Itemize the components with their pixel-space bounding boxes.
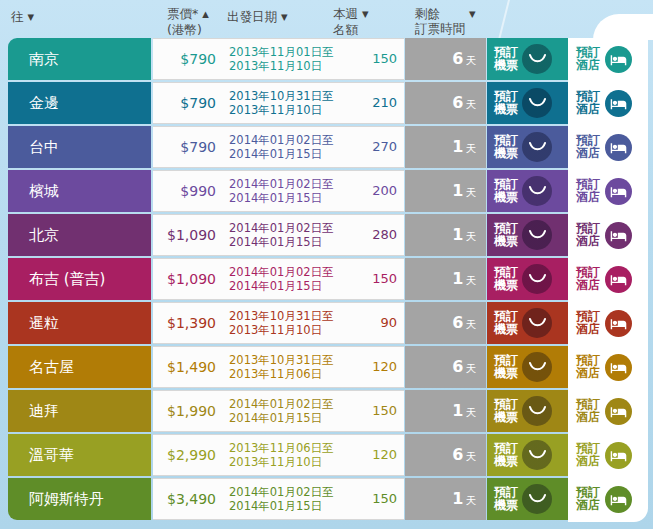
book-flight-button[interactable]: 預訂 機票	[487, 346, 568, 388]
weekly-quota-cell: 150	[354, 38, 404, 80]
book-flight-button[interactable]: 預訂 機票	[487, 214, 568, 256]
book-hotel-button[interactable]: 預訂 酒店	[576, 178, 648, 205]
hotel-cell: 預訂 酒店	[569, 346, 648, 388]
date-to: 2014年01月15日	[229, 236, 354, 250]
column-header-fare[interactable]: 票價*▲ (港幣)	[167, 6, 209, 37]
book-hotel-label: 預訂 酒店	[576, 266, 600, 293]
remaining-days-unit: 天	[466, 318, 477, 330]
table-row: 北京 $1,090 2014年01月02日至 2014年01月15日 280 1…	[8, 214, 653, 256]
date-from: 2014年01月02日至	[229, 134, 354, 148]
book-flight-button[interactable]: 預訂 機票	[487, 390, 568, 432]
book-hotel-label: 預訂 酒店	[576, 310, 600, 337]
book-hotel-button[interactable]: 預訂 酒店	[576, 398, 648, 425]
book-flight-button[interactable]: 預訂 機票	[487, 478, 568, 520]
destination-cell[interactable]: 迪拜	[8, 390, 151, 432]
quota-value: 150	[372, 271, 397, 286]
book-hotel-button[interactable]: 預訂 酒店	[576, 266, 648, 293]
quota-value: 150	[372, 51, 397, 66]
hotel-cell: 預訂 酒店	[569, 126, 648, 168]
book-flight-button[interactable]: 預訂 機票	[487, 38, 568, 80]
destination-cell[interactable]: 名古屋	[8, 346, 151, 388]
book-flight-button[interactable]: 預訂 機票	[487, 434, 568, 476]
book-hotel-label: 預訂 酒店	[576, 354, 600, 381]
date-from: 2014年01月02日至	[229, 178, 354, 192]
book-hotel-button[interactable]: 預訂 酒店	[576, 442, 648, 469]
book-flight-label: 預訂 機票	[494, 134, 518, 161]
table-row: 南京 $790 2013年11月01日至 2013年11月10日 150 6天 …	[8, 38, 653, 80]
date-from: 2014年01月02日至	[229, 222, 354, 236]
destination-cell[interactable]: 溫哥華	[8, 434, 151, 476]
hotel-cell: 預訂 酒店	[569, 302, 648, 344]
quota-value: 210	[372, 95, 397, 110]
column-header-to[interactable]: 往▼	[11, 9, 34, 25]
destination-cell[interactable]: 暹粒	[8, 302, 151, 344]
date-to: 2014年01月15日	[229, 280, 354, 294]
destination-cell[interactable]: 南京	[8, 38, 151, 80]
sort-desc-icon[interactable]: ▼	[362, 9, 369, 19]
book-hotel-button[interactable]: 預訂 酒店	[576, 354, 648, 381]
fare-cell: $3,490	[153, 478, 222, 520]
departure-dates-cell: 2013年10月31日至 2013年11月10日	[222, 82, 354, 124]
remaining-days-unit: 天	[466, 186, 477, 198]
table-row: 布吉 (普吉) $1,090 2014年01月02日至 2014年01月15日 …	[8, 258, 653, 300]
date-from: 2013年11月06日至	[229, 442, 354, 456]
remaining-time-cell: 1天	[405, 390, 486, 432]
date-to: 2014年01月15日	[229, 192, 354, 206]
column-header-departure[interactable]: 出發日期▼	[227, 9, 288, 25]
book-hotel-button[interactable]: 預訂 酒店	[576, 222, 648, 249]
book-flight-button[interactable]: 預訂 機票	[487, 302, 568, 344]
destination-cell[interactable]: 北京	[8, 214, 151, 256]
brushwing-smile-icon	[522, 264, 552, 294]
destination-label: 南京	[29, 50, 59, 68]
table-row: 名古屋 $1,490 2013年10月31日至 2013年11月06日 120 …	[8, 346, 653, 388]
weekly-quota-cell: 150	[354, 478, 404, 520]
fare-cell: $790	[153, 38, 222, 80]
destination-cell[interactable]: 阿姆斯特丹	[8, 478, 151, 520]
remaining-time-cell: 1天	[405, 214, 486, 256]
brushwing-smile-icon	[522, 440, 552, 470]
book-flight-button[interactable]: 預訂 機票	[487, 170, 568, 212]
fare-cell: $1,090	[153, 258, 222, 300]
remaining-days-unit: 天	[466, 54, 477, 66]
column-header-remaining[interactable]: 剩餘 訂票時間	[415, 6, 465, 36]
sort-desc-icon[interactable]: ▼	[28, 12, 35, 22]
book-flight-button[interactable]: 預訂 機票	[487, 82, 568, 124]
remaining-time-cell: 1天	[405, 170, 486, 212]
destination-cell[interactable]: 台中	[8, 126, 151, 168]
book-hotel-button[interactable]: 預訂 酒店	[576, 310, 648, 337]
remaining-days-value: 6	[452, 93, 463, 112]
hotel-cell: 預訂 酒店	[569, 38, 648, 80]
bed-icon	[605, 134, 632, 161]
book-hotel-button[interactable]: 預訂 酒店	[576, 134, 648, 161]
book-flight-label: 預訂 機票	[494, 266, 518, 293]
book-flight-label: 預訂 機票	[494, 46, 518, 73]
book-hotel-button[interactable]: 預訂 酒店	[576, 90, 648, 117]
book-hotel-label: 預訂 酒店	[576, 442, 600, 469]
sort-desc-icon[interactable]: ▼	[281, 12, 288, 22]
departure-dates-cell: 2013年11月06日至 2013年11月10日	[222, 434, 354, 476]
destination-cell[interactable]: 金邊	[8, 82, 151, 124]
fare-cell: $1,390	[153, 302, 222, 344]
sort-asc-icon[interactable]: ▲	[202, 9, 209, 19]
weekly-quota-cell: 280	[354, 214, 404, 256]
column-header-quota[interactable]: 本週▼ 名額	[333, 6, 369, 37]
column-label: 剩餘	[415, 6, 465, 21]
remaining-time-cell: 6天	[405, 82, 486, 124]
column-sublabel: (港幣)	[167, 22, 209, 37]
destination-cell[interactable]: 檳城	[8, 170, 151, 212]
column-label-line2: 名額	[333, 22, 369, 37]
sort-desc-icon[interactable]: ▼	[469, 9, 476, 19]
weekly-quota-cell: 150	[354, 390, 404, 432]
book-hotel-button[interactable]: 預訂 酒店	[576, 46, 648, 73]
date-to: 2014年01月15日	[229, 500, 354, 514]
brushwing-smile-icon	[522, 352, 552, 382]
book-flight-button[interactable]: 預訂 機票	[487, 126, 568, 168]
bed-icon	[605, 486, 632, 513]
brushwing-smile-icon	[522, 132, 552, 162]
destination-cell[interactable]: 布吉 (普吉)	[8, 258, 151, 300]
fare-cell: $790	[153, 126, 222, 168]
book-hotel-button[interactable]: 預訂 酒店	[576, 486, 648, 513]
book-flight-label: 預訂 機票	[494, 178, 518, 205]
book-flight-button[interactable]: 預訂 機票	[487, 258, 568, 300]
date-to: 2013年11月06日	[229, 368, 354, 382]
